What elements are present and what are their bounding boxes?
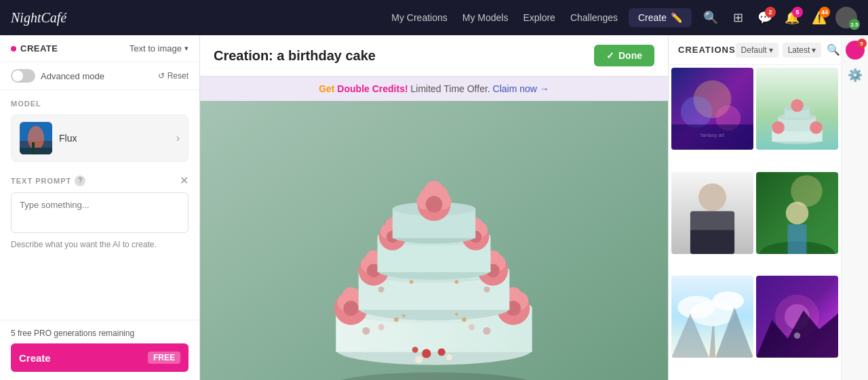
svg-point-65 [455,313,458,316]
advanced-toggle[interactable] [11,69,35,83]
toggle-knob [12,70,23,81]
reset-button[interactable]: ↺ Reset [158,71,189,81]
avatar-badge: 5 [857,39,867,48]
grid-button[interactable]: ⊞ [727,7,749,28]
creation-title: Creation: a birthday cake [214,48,376,64]
model-chevron-icon: › [176,132,180,144]
model-section: MODEL Flux › [0,90,199,171]
svg-point-11 [378,324,384,331]
model-section-title: MODEL [11,100,189,108]
svg-point-63 [402,314,405,317]
edit-icon: ✏️ [671,12,682,23]
grid-item-5[interactable] [756,276,838,358]
svg-point-70 [412,347,418,353]
svg-point-2 [28,126,44,150]
nav-explore[interactable]: Explore [523,12,555,23]
help-icon[interactable]: ? [75,175,85,186]
free-badge: FREE [148,352,180,364]
filter-default-chevron-icon: ▾ [769,45,773,55]
grid-item-0[interactable]: fantasy art [671,68,753,150]
logo[interactable]: NightCafé [11,10,66,26]
user-avatar-small[interactable]: 5 [846,41,865,60]
search-button[interactable]: 🔍 [700,7,722,28]
header: NightCafé My Creations My Models Explore… [0,0,868,35]
nav-my-creations[interactable]: My Creations [391,12,447,23]
promo-double-text: Double Credits! [337,83,408,94]
svg-point-91 [698,183,726,211]
warning-badge: 44 [819,7,830,18]
svg-point-87 [772,121,785,134]
svg-point-28 [484,287,490,293]
warning-icon-wrapper[interactable]: ⚠️ 44 [808,7,830,28]
sidebar-top: CREATE Text to image ▾ [0,35,199,62]
main-layout: CREATE Text to image ▾ Advanced mode ↺ R… [0,35,868,380]
svg-rect-3 [20,148,52,154]
sidebar-footer: 5 free PRO generations remaining Create … [0,320,199,380]
nav-challenges[interactable]: Challenges [570,12,618,23]
image-display-area [200,101,668,380]
filter-latest-label: Latest [788,45,810,55]
filter-default-button[interactable]: Default ▾ [736,43,778,58]
settings-icon[interactable]: ⚙️ [845,65,865,85]
clear-icon[interactable]: ✕ [180,174,189,187]
svg-point-66 [410,280,414,284]
model-name: Flux [59,133,176,144]
promo-get: Get [319,83,334,94]
create-button[interactable]: Create ✏️ [629,8,692,27]
filter-default-label: Default [741,45,767,55]
filter-latest-chevron-icon: ▾ [812,45,816,55]
promo-limited: Limited Time Offer. [410,83,490,94]
nav-my-models[interactable]: My Models [462,12,509,23]
svg-point-13 [469,324,475,331]
right-title: CREATIONS [678,45,736,55]
svg-rect-93 [690,211,734,230]
checkmark-icon: ✓ [606,50,614,61]
center-header: Creation: a birthday cake ✓ Done [200,35,668,77]
done-button[interactable]: ✓ Done [594,45,654,66]
svg-point-67 [455,280,459,284]
text-prompt-header: TEXT PROMPT ? ✕ [11,174,189,187]
model-card[interactable]: Flux › [11,114,189,162]
grid-item-3[interactable] [756,172,838,254]
reset-label: Reset [167,71,189,81]
right-header: CREATIONS Default ▾ Latest ▾ 🔍 ⋮ [669,35,841,65]
svg-point-69 [438,348,446,356]
svg-point-64 [462,318,467,322]
chat-icon-wrapper[interactable]: 💬 2 [754,7,776,28]
promo-link[interactable]: Claim now → [493,83,549,94]
images-grid: fantasy art [669,65,841,380]
prompt-input[interactable] [11,192,189,233]
text-prompt-label-row: TEXT PROMPT ? [11,175,85,186]
text-prompt-label: TEXT PROMPT [11,177,71,185]
svg-point-18 [343,301,358,316]
grid-item-1[interactable] [756,68,838,150]
grid-item-4[interactable] [671,276,753,358]
svg-text:fantasy art: fantasy art [701,132,725,138]
right-sidebar: CREATIONS Default ▾ Latest ▾ 🔍 ⋮ [668,35,868,380]
svg-point-102 [690,301,734,326]
notification-icon-wrapper[interactable]: 🔔 5 [781,7,803,28]
prompt-hint: Describe what you want the AI to create. [11,240,189,249]
create-free-button[interactable]: Create FREE [11,343,189,372]
filter-latest-button[interactable]: Latest ▾ [783,43,822,58]
create-label: CREATE [20,43,58,54]
svg-point-71 [415,356,422,363]
svg-point-75 [681,96,713,128]
source-type-selector[interactable]: Text to image ▾ [130,43,189,54]
right-search-button[interactable]: 🔍 [825,42,841,58]
notification-badge: 5 [792,7,803,18]
right-icon-strip: 5 ⚙️ [841,35,868,380]
chat-badge: 2 [765,7,776,18]
svg-rect-98 [788,224,807,254]
create-section: CREATE [11,43,58,54]
create-button-label: Create [19,352,51,364]
svg-point-89 [791,100,804,112]
grid-item-2[interactable] [671,172,753,254]
svg-point-72 [446,354,452,360]
svg-point-88 [810,121,823,134]
red-dot-icon [11,46,16,51]
main-nav: My Creations My Models Explore Challenge… [391,12,618,23]
chevron-down-icon: ▾ [184,44,189,53]
avatar-wrapper[interactable]: 2.5 [835,7,857,28]
create-label: Create [638,12,667,23]
